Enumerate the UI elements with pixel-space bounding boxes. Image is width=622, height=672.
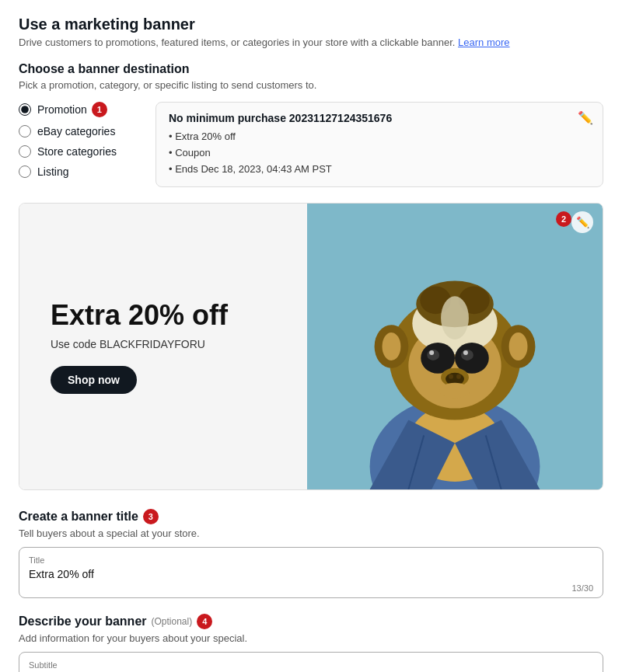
banner-title-section-title: Create a banner title 3 xyxy=(19,509,603,524)
sloth-illustration xyxy=(307,204,603,489)
radio-store-categories-label: Store categories xyxy=(37,145,117,158)
pencil-icon: ✏️ xyxy=(576,216,589,228)
radio-ebay-categories-input[interactable] xyxy=(19,125,31,138)
banner-preview: Extra 20% off Use code BLACKFRIDAYFORU S… xyxy=(19,203,603,490)
banner-desc-section: Describe your banner (Optional) 4 Add in… xyxy=(19,614,603,672)
destination-section: Choose a banner destination Pick a promo… xyxy=(19,62,603,187)
banner-subtext: Use code BLACKFRIDAYFORU xyxy=(51,338,276,350)
banner-cta-button[interactable]: Shop now xyxy=(51,366,137,394)
svg-point-23 xyxy=(456,374,461,379)
promo-info-title: No minimum purchase 20231127124351676 xyxy=(169,112,590,124)
destination-section-desc: Pick a promotion, category, or specific … xyxy=(19,79,603,91)
banner-title-input-wrapper: Title 13/30 xyxy=(19,547,603,598)
banner-title-section: Create a banner title 3 Tell buyers abou… xyxy=(19,509,603,598)
banner-title-char-count: 13/30 xyxy=(571,583,593,593)
svg-point-22 xyxy=(449,374,453,379)
banner-desc-section-title: Describe your banner (Optional) 4 xyxy=(19,614,603,629)
step-badge-3: 3 xyxy=(143,509,159,524)
optional-label: (Optional) xyxy=(152,616,193,627)
radio-list: Promotion 1 eBay categories Store catego… xyxy=(19,102,143,187)
banner-title-section-desc: Tell buyers about a special at your stor… xyxy=(19,528,603,539)
banner-left: Extra 20% off Use code BLACKFRIDAYFORU S… xyxy=(19,204,307,489)
promo-info-box: ✏️ No minimum purchase 20231127124351676… xyxy=(156,102,603,187)
banner-title-label: Title xyxy=(29,555,593,565)
promo-info-details: • Extra 20% off • Coupon • Ends Dec 18, … xyxy=(169,129,590,177)
svg-point-28 xyxy=(441,297,469,340)
radio-listing[interactable]: Listing xyxy=(19,165,143,178)
radio-listing-label: Listing xyxy=(37,165,68,178)
svg-point-12 xyxy=(383,333,401,360)
radio-promotion-label: Promotion xyxy=(37,103,87,116)
svg-point-24 xyxy=(439,383,470,399)
banner-desc-input-wrapper: Subtitle 24/40 xyxy=(19,652,603,672)
radio-ebay-categories[interactable]: eBay categories xyxy=(19,125,143,138)
banner-headline: Extra 20% off xyxy=(51,300,276,331)
radio-listing-input[interactable] xyxy=(19,165,31,178)
banner-desc-label: Subtitle xyxy=(29,660,593,670)
page-subtitle: Drive customers to promotions, featured … xyxy=(19,37,603,48)
destination-row: Promotion 1 eBay categories Store catego… xyxy=(19,102,603,187)
svg-point-13 xyxy=(509,333,528,360)
radio-promotion-input[interactable] xyxy=(19,103,31,116)
promo-edit-icon[interactable]: ✏️ xyxy=(578,110,593,125)
radio-ebay-categories-label: eBay categories xyxy=(37,125,115,138)
radio-store-categories-input[interactable] xyxy=(19,145,31,158)
svg-point-18 xyxy=(429,350,434,355)
svg-point-19 xyxy=(463,350,468,355)
banner-right: ✏️ 2 xyxy=(307,204,603,489)
step-badge-4: 4 xyxy=(197,614,212,629)
learn-more-link[interactable]: Learn more xyxy=(458,37,509,48)
banner-title-input[interactable] xyxy=(29,568,593,580)
radio-store-categories[interactable]: Store categories xyxy=(19,145,143,158)
destination-section-title: Choose a banner destination xyxy=(19,62,603,76)
banner-desc-section-desc: Add information for your buyers about yo… xyxy=(19,632,603,644)
page-title: Use a marketing banner xyxy=(19,16,603,33)
step-badge-1: 1 xyxy=(92,102,107,117)
radio-promotion[interactable]: Promotion 1 xyxy=(19,102,143,117)
